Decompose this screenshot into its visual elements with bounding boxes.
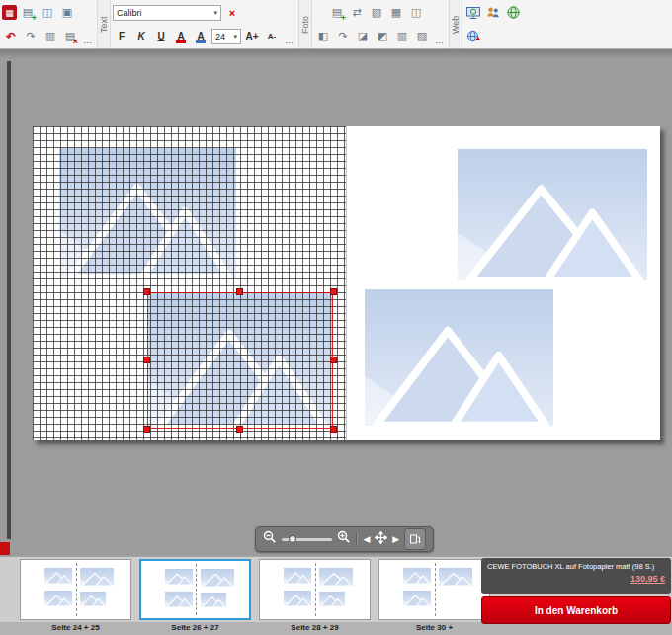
photo-placeholder-top-left[interactable] bbox=[59, 148, 236, 278]
thumb-photo bbox=[403, 591, 431, 606]
web-upload-globe-icon[interactable] bbox=[464, 28, 482, 45]
toolbar-group-text: Calibri ▾ × F K U A A 24 ▾ A+ A- … bbox=[111, 0, 298, 48]
font-size-select[interactable]: 24 ▾ bbox=[211, 29, 241, 44]
move-page-icon[interactable]: ▣ bbox=[58, 4, 76, 22]
zoom-slider-knob[interactable] bbox=[289, 535, 296, 543]
thumb-photo bbox=[201, 569, 234, 587]
selection-handle[interactable] bbox=[143, 357, 150, 363]
thumbnail-label: Seite 30 + bbox=[378, 623, 490, 632]
italic-button[interactable]: K bbox=[132, 28, 150, 45]
selection-handle[interactable] bbox=[143, 426, 150, 433]
thumb-photo bbox=[201, 593, 226, 607]
photo-frame-icon[interactable]: ▦ bbox=[387, 4, 405, 22]
page-fold-line bbox=[76, 563, 77, 616]
chevron-down-icon: ▾ bbox=[213, 9, 217, 17]
underline-button[interactable]: U bbox=[152, 28, 170, 45]
hidden-panel-tab[interactable] bbox=[0, 542, 10, 555]
thumb-photo bbox=[165, 592, 193, 607]
mask-icon[interactable]: ◩ bbox=[374, 28, 391, 45]
foto-more-button[interactable]: … bbox=[433, 28, 447, 45]
thumb-photo bbox=[80, 568, 114, 586]
thumbnail-seite-28-29[interactable] bbox=[259, 559, 371, 620]
font-increase-button[interactable]: A+ bbox=[243, 28, 261, 45]
page-right[interactable] bbox=[346, 126, 660, 440]
undo-icon[interactable]: ↶ bbox=[2, 28, 20, 45]
text-more-button[interactable]: … bbox=[283, 28, 296, 45]
collage-icon[interactable]: ▥ bbox=[393, 28, 411, 45]
thumb-photo bbox=[319, 568, 353, 586]
delete-page-icon[interactable]: ▤× bbox=[61, 28, 79, 45]
thumb-photo bbox=[439, 568, 472, 586]
thumbnail-seite-30-31[interactable] bbox=[378, 559, 490, 620]
thumbnail-label: Seite 26 + 27 bbox=[139, 623, 251, 632]
shadow-icon[interactable]: ◪ bbox=[354, 28, 372, 45]
photo-placeholder-right-bottom[interactable] bbox=[365, 289, 553, 426]
thumb-photo bbox=[44, 591, 72, 606]
selection-handle[interactable] bbox=[330, 357, 337, 363]
zoom-out-icon[interactable] bbox=[263, 530, 277, 548]
selection-handle[interactable] bbox=[330, 426, 337, 433]
copy-page-icon[interactable]: ◫ bbox=[39, 4, 56, 22]
rotate-icon[interactable]: ↷ bbox=[334, 28, 352, 45]
background-icon[interactable]: ▨ bbox=[413, 28, 431, 45]
clear-text-icon[interactable]: × bbox=[223, 4, 241, 22]
chevron-down-icon: ▾ bbox=[233, 33, 237, 40]
editor-canvas[interactable] bbox=[0, 49, 672, 556]
thumb-photo bbox=[80, 592, 106, 606]
page-fold-line bbox=[315, 563, 316, 616]
crop-icon[interactable]: ◧ bbox=[314, 28, 332, 45]
font-color-button[interactable]: A bbox=[172, 28, 190, 45]
page-view-toggle-button[interactable] bbox=[404, 528, 426, 550]
photo-placeholder-right-top[interactable] bbox=[458, 149, 647, 280]
photo-add-icon[interactable]: ▤+ bbox=[328, 4, 346, 22]
next-page-button[interactable]: ▶ bbox=[392, 535, 399, 544]
redo-icon[interactable]: ↷ bbox=[22, 28, 40, 45]
cart-summary-panel: CEWE FOTOBUCH XL auf Fotopapier matt (98… bbox=[481, 558, 671, 594]
add-to-cart-button[interactable]: In den Warenkorb bbox=[481, 596, 671, 624]
selection-frame bbox=[147, 292, 333, 429]
panel-splitter[interactable] bbox=[7, 61, 11, 539]
page-left[interactable] bbox=[33, 126, 346, 440]
cewe-photobook-app: ▦ ▤+ ◫ ▣ ↶ ↷ ▥ ▤× … Text Calibri ▾ × bbox=[0, 0, 672, 635]
toolbar-group-web bbox=[462, 0, 524, 48]
people-icon[interactable] bbox=[484, 4, 502, 22]
zoom-in-icon[interactable] bbox=[337, 530, 351, 548]
selection-handle[interactable] bbox=[143, 288, 150, 295]
photo-swap-icon[interactable]: ⇄ bbox=[348, 4, 366, 22]
thumbnail-seite-24-25[interactable] bbox=[20, 559, 131, 620]
selection-handle[interactable] bbox=[236, 426, 243, 433]
product-price[interactable]: 130,95 € bbox=[487, 574, 665, 584]
thumbnail-label: Seite 24 + 25 bbox=[20, 623, 131, 632]
photo-effects-icon[interactable]: ▧ bbox=[368, 4, 385, 22]
previous-page-button[interactable]: ◀ bbox=[363, 535, 370, 544]
book-spread bbox=[33, 126, 660, 440]
globe-green-icon[interactable] bbox=[504, 4, 522, 22]
slideshow-monitor-icon[interactable] bbox=[464, 4, 482, 22]
thumbnail-seite-26-27[interactable] bbox=[139, 559, 251, 620]
pages-more-button[interactable]: … bbox=[81, 28, 95, 45]
page-filmstrip: Seite 24 + 25 Seite 26 + 27 Seite 28 + 2… bbox=[0, 556, 672, 635]
selection-handles bbox=[147, 292, 333, 429]
app-logo-icon[interactable]: ▦ bbox=[2, 5, 17, 20]
selection-handle[interactable] bbox=[330, 288, 337, 295]
font-color-swatch bbox=[176, 40, 186, 43]
zoom-slider[interactable] bbox=[282, 538, 332, 541]
selection-handle[interactable] bbox=[236, 288, 243, 295]
fill-color-button[interactable]: A bbox=[192, 28, 210, 45]
toolbar-group-pages: ▦ ▤+ ◫ ▣ ↶ ↷ ▥ ▤× … bbox=[0, 0, 97, 48]
insert-page-icon[interactable]: ▤+ bbox=[19, 4, 37, 22]
photo-border-icon[interactable]: ◫ bbox=[407, 4, 425, 22]
font-decrease-button[interactable]: A- bbox=[263, 28, 281, 45]
fit-to-page-icon[interactable] bbox=[375, 530, 387, 548]
fill-color-swatch bbox=[196, 40, 206, 43]
font-family-select[interactable]: Calibri ▾ bbox=[113, 5, 221, 21]
zoom-toolbar: ◀ ▶ bbox=[255, 526, 434, 552]
thumb-photo bbox=[44, 568, 72, 584]
foto-group-label: Foto bbox=[298, 0, 312, 48]
page-fold-line bbox=[435, 563, 436, 616]
paste-icon[interactable]: ▥ bbox=[42, 28, 59, 45]
page-fold-line bbox=[196, 564, 197, 615]
text-group-label: Text bbox=[97, 0, 111, 48]
thumb-photo bbox=[284, 591, 311, 606]
bold-button[interactable]: F bbox=[113, 28, 130, 45]
